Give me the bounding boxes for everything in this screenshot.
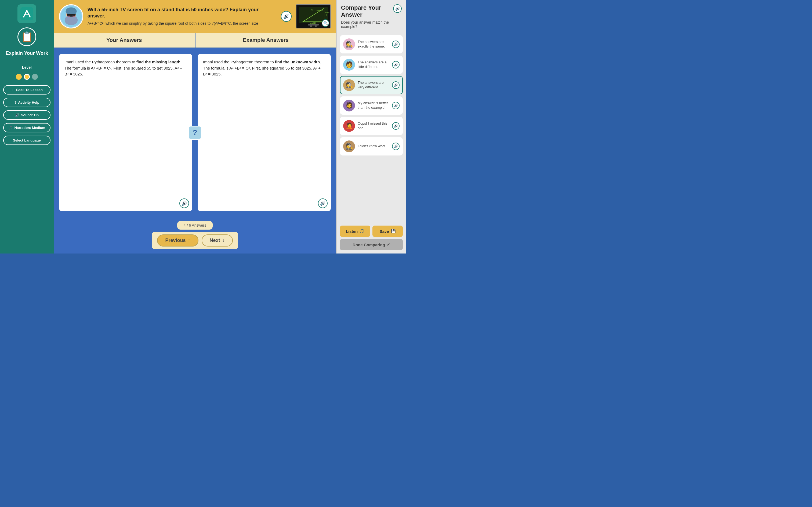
narration-button[interactable]: 🎵 Narration: Medium [3, 123, 51, 132]
activity-help-button[interactable]: ? Activity Help [3, 98, 51, 107]
panel-title: Compare Your Answer [341, 4, 402, 18]
option-audio-little-different[interactable]: 🔊 [392, 61, 400, 68]
audio-icon: 🔊 [283, 13, 289, 19]
your-answers-header: Your Answers [54, 33, 195, 48]
sound-button[interactable]: 🔊 Sound: On [3, 110, 51, 120]
option-item-exactly[interactable]: 🕵️ The answers are exactly the same. 🔊 [340, 35, 403, 53]
option-item-didnt-know[interactable]: 🕵️ I didn't know what 🔊 [340, 137, 403, 156]
panel-subtitle: Does your answer match the example? [341, 20, 402, 29]
next-label: Next [210, 238, 220, 243]
option-avatar-didnt-know: 🕵️ [343, 140, 355, 152]
example-answer-text-part1: Imani used the Pythagorean theorem to [203, 60, 275, 64]
option-audio-exactly[interactable]: 🔊 [392, 41, 400, 48]
option-text-missed: Oops! I missed this one! [358, 121, 389, 130]
your-answer-audio-button[interactable]: 🔊 [179, 199, 189, 208]
narration-label: Narration: Medium [14, 126, 45, 130]
option-audio-missed[interactable]: 🔊 [392, 122, 400, 130]
question-image: C B A width diagonal height 🔍 [296, 4, 331, 29]
panel-header: 🔊 Compare Your Answer Does your answer m… [337, 0, 406, 33]
sidebar: 📋 Explain Your Work Level ← Back To Less… [0, 0, 54, 253]
audio-icon: 🔊 [395, 6, 400, 11]
character-avatar [59, 4, 83, 29]
option-text-better: My answer is better than the example! [358, 101, 389, 110]
audio-icon: 🔊 [394, 63, 398, 67]
level-dot-3 [32, 74, 38, 80]
option-avatar-better: 🧔 [343, 100, 355, 111]
divider [8, 61, 46, 61]
question-header: Will a 55-inch TV screen fit on a stand … [54, 0, 336, 33]
option-item-very-different[interactable]: 🕵️ The answers are very different. 🔊 [340, 76, 403, 94]
zoom-icon: 🔍 [323, 21, 328, 25]
svg-text:diagonal: diagonal [316, 10, 323, 11]
option-audio-didnt-know[interactable]: 🔊 [392, 143, 400, 150]
option-item-missed[interactable]: 🤦 Oops! I missed this one! 🔊 [340, 117, 403, 135]
audio-icon: 🔊 [394, 43, 398, 46]
options-list: 🕵️ The answers are exactly the same. 🔊 🧑… [337, 33, 406, 222]
save-button[interactable]: Save 💾 [372, 226, 403, 237]
question-title: Will a 55-inch TV screen fit on a stand … [88, 7, 277, 19]
question-text-block: Will a 55-inch TV screen fit on a stand … [88, 7, 277, 26]
option-text-very-different: The answers are very different. [358, 80, 389, 90]
answers-area: Your Answers Example Answers Imani used … [54, 33, 336, 217]
svg-text:A width: A width [310, 22, 316, 24]
next-button[interactable]: Next ↓ [201, 234, 233, 246]
level-label: Level [22, 65, 32, 69]
option-avatar-very-different: 🕵️ [343, 79, 355, 91]
option-text-exactly: The answers are exactly the same. [358, 40, 389, 49]
previous-button[interactable]: Previous ↑ [157, 234, 198, 246]
navigation-area: 4 / 6 Answers Previous ↑ Next ↓ [54, 217, 336, 253]
done-comparing-button[interactable]: Done Comparing ✓ [340, 239, 403, 250]
option-audio-better[interactable]: 🔊 [392, 102, 400, 109]
panel-footer: Listen 🎵 Save 💾 Done Comparing ✓ [337, 222, 406, 253]
arrow-left-icon: ← [11, 88, 14, 92]
your-answer-text-part1: Imani used the Pythagorean theorem to [64, 60, 136, 64]
back-to-lesson-button[interactable]: ← Back To Lesson [3, 85, 51, 95]
example-answer-card: Imani used the Pythagorean theorem to fi… [197, 54, 331, 211]
option-item-better[interactable]: 🧔 My answer is better than the example! … [340, 97, 403, 115]
example-answer-audio-button[interactable]: 🔊 [318, 199, 328, 208]
help-icon: ? [14, 101, 17, 105]
listen-button[interactable]: Listen 🎵 [340, 226, 370, 237]
answers-columns: Imani used the Pythagorean theorem to fi… [54, 48, 336, 217]
example-answer-bold: find the unknown width [275, 60, 320, 64]
select-language-button[interactable]: Select Language [3, 135, 51, 145]
audio-icon: 🔊 [394, 124, 398, 128]
narration-icon: 🎵 [9, 126, 13, 130]
nav-buttons: Previous ↑ Next ↓ [152, 232, 238, 249]
avatar: 📋 [17, 27, 36, 46]
option-audio-very-different[interactable]: 🔊 [392, 81, 400, 89]
option-avatar-missed: 🤦 [343, 120, 355, 132]
option-item-little-different[interactable]: 🧑 The answers are a little different. 🔊 [340, 56, 403, 74]
option-text-didnt-know: I didn't know what [358, 144, 389, 149]
audio-icon: 🔊 [320, 201, 326, 206]
option-avatar-exactly: 🕵️ [343, 39, 355, 50]
audio-icon: 🔊 [394, 83, 398, 87]
app-logo [17, 4, 36, 23]
svg-text:height: height [326, 12, 330, 13]
option-avatar-little-different: 🧑 [343, 59, 355, 71]
svg-rect-8 [67, 14, 76, 16]
sound-icon: 🔊 [15, 113, 19, 117]
svg-text:C: C [311, 9, 312, 11]
svg-rect-12 [310, 25, 312, 27]
compare-icon: ? [188, 126, 202, 139]
audio-icon: 🔊 [394, 104, 398, 107]
panel-audio-button[interactable]: 🔊 [393, 4, 402, 13]
previous-label: Previous [165, 238, 185, 243]
save-label: Save [380, 229, 389, 234]
activity-help-label: Activity Help [18, 101, 40, 105]
zoom-button[interactable]: 🔍 [322, 19, 329, 27]
your-answer-card: Imani used the Pythagorean theorem to fi… [59, 54, 192, 211]
next-icon: ↓ [222, 238, 225, 243]
example-answers-header: Example Answers [195, 33, 337, 48]
level-dots [16, 74, 38, 80]
question-audio-button[interactable]: 🔊 [281, 11, 292, 22]
svg-text:B: B [326, 14, 327, 16]
done-label: Done Comparing [353, 242, 385, 247]
main-content: Will a 55-inch TV screen fit on a stand … [54, 0, 336, 253]
answers-header: Your Answers Example Answers [54, 33, 336, 48]
checkmark-icon: ✓ [387, 242, 390, 247]
svg-rect-13 [315, 25, 316, 27]
back-to-lesson-label: Back To Lesson [16, 88, 43, 92]
audio-icon: 🔊 [181, 201, 187, 206]
